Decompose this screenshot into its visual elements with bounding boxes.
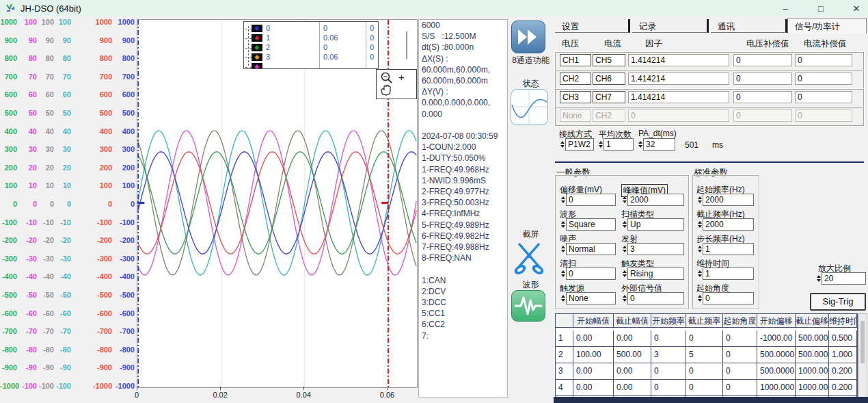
param-5-spinner[interactable]: 3 [621,243,684,255]
spin-down-icon[interactable] [561,225,565,228]
spinner-value[interactable]: 20 [822,272,866,285]
maximize-button[interactable]: □ [815,3,827,14]
spin-up-icon[interactable] [560,141,565,144]
waveform-canvas[interactable] [137,20,417,387]
table-scrollbar[interactable] [858,313,867,398]
status-scope-icon[interactable] [511,89,548,125]
param-2-spinner[interactable]: Square [560,218,616,231]
factor-input[interactable]: 1.414214 [628,73,729,85]
spin-down-icon[interactable] [561,274,565,277]
spin-up-icon[interactable] [561,295,565,298]
param-7-spinner[interactable]: Rising [621,268,684,280]
std-param-0-spinner[interactable]: 2000 [696,194,754,206]
table-cell[interactable]: 0 [686,380,723,396]
table-cell[interactable]: 0 [686,330,723,347]
table-cell[interactable]: 500.0000 [757,347,796,363]
spin-up-icon[interactable] [599,141,603,144]
minimize-button[interactable]: – [779,3,791,14]
spinner-value[interactable]: 2000 [703,218,754,231]
spin-up-icon[interactable] [623,246,627,248]
voltage-comp-input[interactable]: 0 [733,54,792,66]
spinner-arrows[interactable] [696,268,703,280]
spinner-value[interactable]: 1 [703,268,754,280]
spinner-arrows[interactable] [560,194,566,206]
table-cell[interactable]: 0 [651,330,686,347]
cursor-center-tick[interactable] [381,202,388,204]
table-cell[interactable]: 3 [651,347,686,363]
table-cell[interactable]: 0 [651,380,686,396]
table-cell[interactable]: 0.200 [829,363,857,380]
spin-up-icon[interactable] [561,246,565,248]
spin-down-icon[interactable] [698,250,702,252]
table-cell[interactable]: 0.200 [829,380,857,396]
close-button[interactable]: ✕ [850,3,863,14]
table-cell[interactable]: 0 [723,330,757,347]
spinner-arrows[interactable] [621,292,627,304]
param-9-spinner[interactable]: 0 [621,292,684,304]
current-comp-input[interactable]: 0 [795,91,852,103]
table-cell[interactable]: 1000.000 [796,380,829,396]
spinner-value[interactable]: Normal [566,243,616,255]
param-6-spinner[interactable]: 0 [560,268,616,280]
voltage-comp-input[interactable]: 0 [733,91,792,103]
waveform-button[interactable] [511,290,545,322]
table-cell[interactable]: 0 [651,363,686,380]
table-cell[interactable]: 0.00 [573,330,614,347]
spin-up-icon[interactable] [698,295,702,298]
table-cell[interactable]: 2 [556,347,573,363]
zoom-ratio-spinner[interactable]: 20 [815,272,866,285]
table-cell[interactable]: 0 [723,363,757,380]
spin-up-icon[interactable] [698,270,702,273]
tab-信号/功率计[interactable]: 信号/功率计 [787,18,867,34]
table-cell[interactable]: 0.00 [614,363,651,380]
voltage-channel-select[interactable]: CH2 [560,73,591,85]
current-channel-select[interactable]: CH6 [593,73,625,85]
spinner-arrows[interactable] [696,243,703,255]
zoom-in-icon[interactable] [382,73,392,83]
std-param-3-spinner[interactable]: 1 [696,268,754,280]
current-channel-select[interactable]: CH7 [593,91,625,103]
zoom-plus-icon[interactable]: + [398,71,405,83]
table-cell[interactable]: 100.00 [573,347,614,363]
voltage-comp-input[interactable]: 0 [733,73,792,85]
voltage-channel-select[interactable]: CH1 [560,54,591,66]
table-cell[interactable]: 4 [556,380,573,396]
param-3-spinner[interactable]: Up [621,218,684,231]
segment-table[interactable]: 开始幅值截止幅值开始频率截止频率起始角度开始偏移截止偏移维持时间10.000.0… [555,313,858,398]
table-cell[interactable]: 1 [556,330,573,347]
param-4-spinner[interactable]: Normal [560,243,616,255]
table-cell[interactable]: 5 [686,347,723,363]
spinner-value[interactable]: 0 [566,268,616,280]
table-cell[interactable]: 0.00 [614,330,651,347]
screenshot-button[interactable] [512,239,546,276]
cursor-legend[interactable]: ◆000◆10.060◆200◆30.060◆ [243,21,379,69]
factor-input[interactable]: 1.414214 [628,91,729,103]
current-comp-input[interactable]: 0 [795,54,852,66]
spin-up-icon[interactable] [561,196,565,199]
legend-row[interactable]: ◆ [244,62,378,69]
legend-row[interactable]: ◆000 [244,24,378,34]
tab-记录[interactable]: 记录 [632,19,709,33]
spin-down-icon[interactable] [698,299,702,302]
spinner-arrows[interactable] [815,272,822,285]
table-cell[interactable]: 1.000 [829,347,857,363]
table-cell[interactable]: 0 [723,380,757,396]
table-cell[interactable]: 1000.000 [757,380,796,396]
spinner-value[interactable]: P1W2 [565,138,594,151]
spinner-arrows[interactable] [696,292,703,304]
spin-up-icon[interactable] [623,270,627,273]
spinner-arrows[interactable] [560,218,566,231]
current-channel-select[interactable]: CH5 [593,54,625,66]
spin-down-icon[interactable] [623,225,627,228]
spin-down-icon[interactable] [599,145,603,148]
spin-up-icon[interactable] [698,221,702,224]
spinner-arrows[interactable] [621,243,627,255]
spinner-arrows[interactable] [637,138,643,151]
pa-dt-spinner[interactable]: 32 [637,138,675,151]
spin-down-icon[interactable] [561,299,565,302]
factor-input[interactable]: 1.414214 [628,54,729,66]
spinner-value[interactable]: Up [627,218,684,231]
spinner-value[interactable]: Square [566,218,616,231]
voltage-channel-select[interactable]: CH3 [560,91,591,103]
spin-down-icon[interactable] [561,250,565,252]
